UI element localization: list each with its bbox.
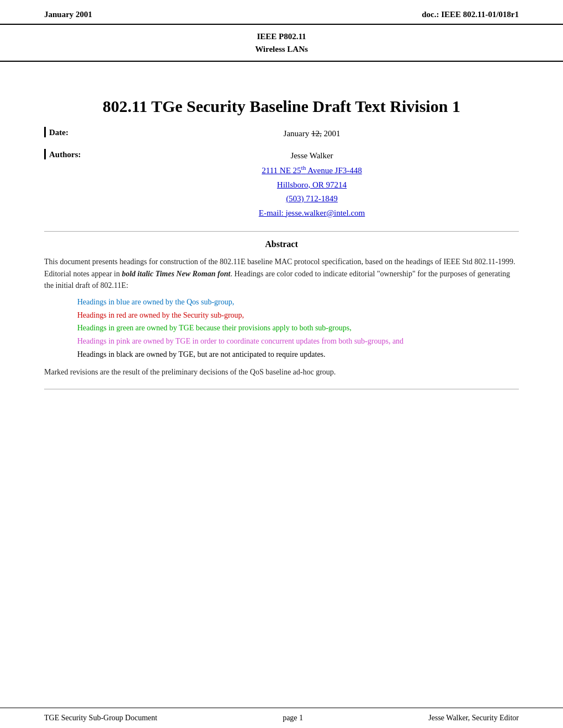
author-email: E-mail: jesse.walker@intel.com xyxy=(105,206,519,221)
meta-table: Date: January 12, 2001 Authors: Jesse Wa… xyxy=(44,127,519,220)
author-address1-rest: Avenue JF3-448 xyxy=(306,166,362,175)
ieee-line2: Wireless LANs xyxy=(44,43,519,56)
authors-row: Authors: Jesse Walker 2111 NE 25th Avenu… xyxy=(44,149,519,221)
footer-center: page 1 xyxy=(283,714,303,722)
date-strikethrough: 12, xyxy=(311,129,322,138)
page-footer: TGE Security Sub-Group Document page 1 J… xyxy=(0,708,563,728)
headings-red: Headings in red are owned by the Securit… xyxy=(77,309,519,322)
headings-blue: Headings in blue are owned by the Qos su… xyxy=(77,296,519,308)
authors-label: Authors: xyxy=(44,149,105,159)
page-content: 802.11 TGe Security Baseline Draft Text … xyxy=(0,62,563,708)
header-date: January 2001 xyxy=(44,10,92,19)
author-address2: Hillsboro, OR 97214 xyxy=(105,178,519,192)
main-title: 802.11 TGe Security Baseline Draft Text … xyxy=(44,97,519,116)
abstract-section: Abstract This document presents headings… xyxy=(44,231,519,378)
date-label: Date: xyxy=(44,127,105,137)
header-doc-id: doc.: IEEE 802.11-01/018r1 xyxy=(422,10,519,19)
abstract-paragraph2: Marked revisions are the result of the p… xyxy=(44,366,519,378)
author-address1-text: 2111 NE 25 xyxy=(262,166,301,175)
page: January 2001 doc.: IEEE 802.11-01/018r1 … xyxy=(0,0,563,728)
author-address1: 2111 NE 25th Avenue JF3-448 xyxy=(105,163,519,178)
abstract-para2-text: Marked revisions are the result of the p… xyxy=(44,368,336,376)
abstract-title: Abstract xyxy=(44,239,519,249)
headings-green: Headings in green are owned by TGE becau… xyxy=(77,322,519,334)
author-phone: (503) 712-1849 xyxy=(105,192,519,206)
date-prefix: January xyxy=(284,129,311,138)
section-divider xyxy=(44,389,519,389)
footer-left: TGE Security Sub-Group Document xyxy=(44,714,157,722)
date-year: 2001 xyxy=(322,129,341,138)
ieee-line1: IEEE P802.11 xyxy=(44,30,519,43)
author-name: Jesse Walker xyxy=(105,149,519,163)
headings-list: Headings in blue are owned by the Qos su… xyxy=(44,296,519,360)
headings-pink: Headings in pink are owned by TGE in ord… xyxy=(77,335,519,347)
abstract-body: This document presents headings for cons… xyxy=(44,256,519,378)
date-value: January 12, 2001 xyxy=(105,127,519,141)
ieee-info-block: IEEE P802.11 Wireless LANs xyxy=(0,25,563,62)
abstract-bold-italic: bold italic Times New Roman font xyxy=(122,270,231,278)
doc-header: January 2001 doc.: IEEE 802.11-01/018r1 xyxy=(0,0,563,25)
date-row: Date: January 12, 2001 xyxy=(44,127,519,141)
headings-black: Headings in black are owned by TGE, but … xyxy=(77,349,519,361)
authors-value: Jesse Walker 2111 NE 25th Avenue JF3-448… xyxy=(105,149,519,221)
abstract-paragraph1: This document presents headings for cons… xyxy=(44,256,519,292)
footer-right: Jesse Walker, Security Editor xyxy=(428,714,519,722)
